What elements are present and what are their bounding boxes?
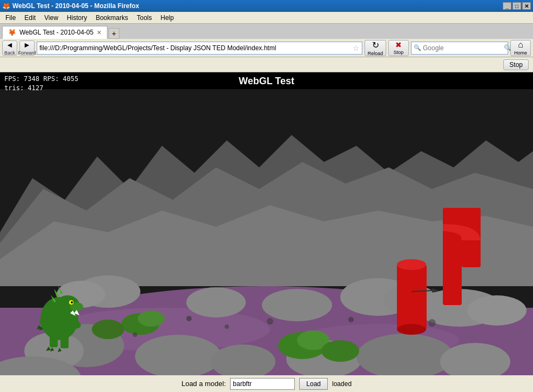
- back-label: Back: [4, 50, 15, 56]
- menu-bar: File Edit View History Bookmarks Tools H…: [0, 12, 533, 24]
- reload-button[interactable]: ↻ Reload: [365, 40, 386, 56]
- svg-point-44: [71, 301, 73, 303]
- menu-help[interactable]: Help: [156, 13, 178, 23]
- load-model-label: Load a model:: [181, 380, 226, 388]
- stop-nav-label: Stop: [394, 50, 404, 55]
- svg-point-12: [186, 287, 246, 317]
- menu-edit[interactable]: Edit: [20, 13, 40, 23]
- search-box[interactable]: 🔍 🔍: [411, 42, 508, 55]
- svg-rect-51: [50, 334, 58, 347]
- search-engine-label: 🔍: [414, 44, 421, 51]
- bottom-bar: Load a model: Load loaded: [0, 375, 533, 392]
- nav-bar: ◄ Back ► Forward ☆ ↻ Reload ✖ Stop 🔍 🔍 ⌂…: [0, 39, 533, 57]
- webgl-container: WebGL Test FPS: 7348 RPS: 4055 tris: 412…: [0, 72, 533, 375]
- svg-point-59: [186, 316, 192, 321]
- scene-svg: [0, 89, 533, 375]
- menu-bookmarks[interactable]: Bookmarks: [91, 13, 132, 23]
- title-bar: 🦊 WebGL Test - 2010-04-05 - Mozilla Fire…: [0, 0, 533, 12]
- stop-bar: Stop: [0, 57, 533, 72]
- svg-point-25: [138, 310, 165, 327]
- svg-point-61: [267, 318, 273, 325]
- svg-point-33: [397, 259, 426, 270]
- active-tab[interactable]: 🦊 WebGL Test - 2010-04-05 ✕: [2, 26, 107, 39]
- svg-point-34: [397, 324, 426, 335]
- bookmark-star-icon[interactable]: ☆: [353, 44, 360, 52]
- window-title: WebGL Test - 2010-04-05 - Mozilla Firefo…: [12, 2, 139, 10]
- minimize-button[interactable]: _: [503, 2, 511, 10]
- title-bar-controls: _ □ ✕: [503, 2, 531, 10]
- stop-icon: ✖: [395, 40, 402, 49]
- fps-display: FPS: 7348 RPS: 4055 tris: 4127: [4, 75, 78, 93]
- tab-close-icon[interactable]: ✕: [97, 29, 102, 36]
- new-tab-button[interactable]: +: [109, 28, 119, 39]
- stop-button-nav[interactable]: ✖ Stop: [388, 40, 409, 56]
- home-button[interactable]: ⌂ Home: [510, 40, 531, 56]
- close-button[interactable]: ✕: [522, 2, 531, 10]
- svg-point-26: [92, 320, 124, 339]
- title-bar-left: 🦊 WebGL Test - 2010-04-05 - Mozilla Fire…: [2, 2, 139, 10]
- load-status: loaded: [332, 380, 352, 388]
- reload-label: Reload: [368, 51, 383, 56]
- forward-icon: ►: [23, 40, 31, 49]
- firefox-icon: 🦊: [2, 2, 10, 10]
- menu-history[interactable]: History: [63, 13, 91, 23]
- svg-rect-52: [60, 335, 69, 348]
- fps-line2: tris: 4127: [4, 84, 78, 93]
- address-input[interactable]: [39, 44, 353, 52]
- menu-file[interactable]: File: [1, 13, 20, 23]
- stop-bar-button[interactable]: Stop: [503, 59, 529, 70]
- svg-point-64: [428, 319, 436, 327]
- scene-area: [0, 89, 533, 375]
- forward-button[interactable]: ► Forward: [19, 40, 35, 56]
- search-input[interactable]: [423, 44, 504, 52]
- svg-point-29: [321, 340, 359, 362]
- svg-point-62: [348, 317, 354, 322]
- tab-label: WebGL Test - 2010-04-05: [19, 29, 93, 36]
- maximize-button[interactable]: □: [512, 2, 521, 10]
- model-name-input[interactable]: [230, 378, 295, 390]
- svg-point-63: [133, 333, 137, 337]
- load-button[interactable]: Load: [299, 378, 328, 390]
- svg-point-13: [262, 289, 332, 321]
- svg-rect-32: [397, 265, 427, 329]
- address-bar[interactable]: ☆: [37, 42, 362, 55]
- menu-view[interactable]: View: [40, 13, 63, 23]
- menu-tools[interactable]: Tools: [132, 13, 156, 23]
- svg-point-15: [467, 295, 527, 326]
- home-label: Home: [514, 50, 527, 56]
- svg-point-60: [225, 325, 229, 329]
- fps-line1: FPS: 7348 RPS: 4055: [4, 75, 78, 84]
- tab-bar: 🦊 WebGL Test - 2010-04-05 ✕ +: [0, 24, 533, 39]
- svg-rect-39: [443, 208, 481, 224]
- reload-icon: ↻: [372, 40, 379, 50]
- tab-favicon: 🦊: [8, 29, 16, 36]
- webgl-title: WebGL Test: [0, 72, 533, 89]
- back-icon: ◄: [6, 40, 14, 49]
- home-icon: ⌂: [518, 40, 523, 50]
- forward-label: Forward: [18, 50, 36, 56]
- back-button[interactable]: ◄ Back: [2, 40, 17, 56]
